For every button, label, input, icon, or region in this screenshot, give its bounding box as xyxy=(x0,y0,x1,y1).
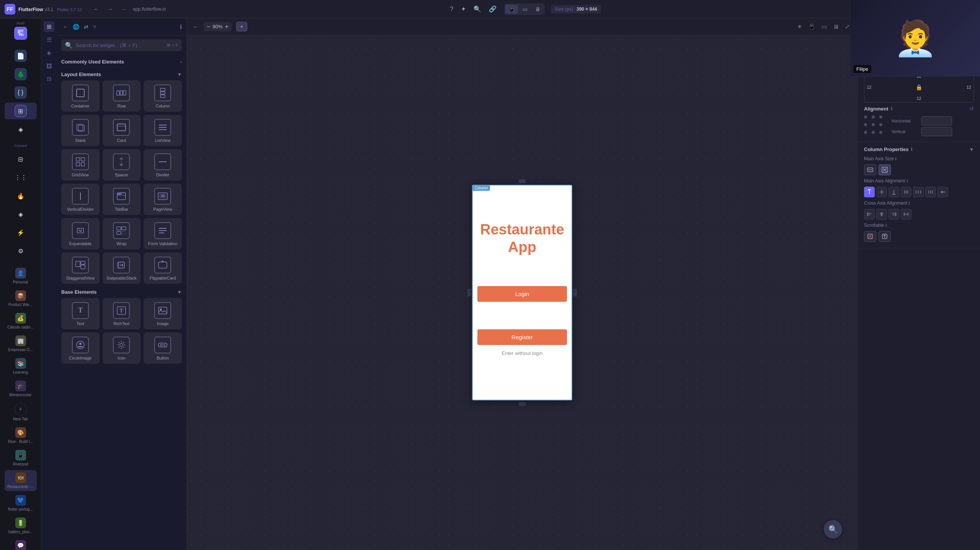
help-button[interactable]: ? xyxy=(448,4,455,14)
widget-richtext[interactable]: T RichText xyxy=(103,298,141,329)
sidebar-item-custom[interactable]: ⚡ xyxy=(5,224,37,241)
phone-view-icon[interactable]: 📱 xyxy=(807,22,817,32)
build-icon[interactable]: 🏗 xyxy=(14,27,27,40)
align-dot-ml[interactable] xyxy=(864,123,867,126)
widget-staggeredview[interactable]: StaggeredView xyxy=(61,252,100,284)
desktop-button[interactable]: 🖥 xyxy=(532,5,544,14)
cross-align-stretch-btn[interactable] xyxy=(901,209,911,220)
widget-spacer[interactable]: Spacer xyxy=(103,149,141,181)
sidebar-item-tree[interactable]: 🌲 xyxy=(5,66,37,83)
widget-divider[interactable]: Divider xyxy=(144,149,182,181)
align-dot-mr[interactable] xyxy=(879,123,882,126)
cross-align-center-btn[interactable] xyxy=(876,209,887,220)
monitor-view-icon[interactable]: 🖥 xyxy=(831,22,840,32)
widget-stack[interactable]: Stack xyxy=(61,115,100,146)
main-align-start-btn[interactable] xyxy=(864,187,875,197)
sidebar-item-product[interactable]: 📦 Product War... xyxy=(5,288,37,309)
sidebar-item-supabase[interactable]: ◈ xyxy=(5,206,37,223)
align-dot-tl[interactable] xyxy=(864,116,867,119)
sidebar-item-mentorcruise[interactable]: 🎓 Mentorcruise xyxy=(5,378,37,399)
sidebar-item-page[interactable]: 📄 xyxy=(5,47,37,64)
phone-button[interactable]: 📱 xyxy=(505,5,518,14)
sidebar-item-learning[interactable]: 📚 Learning xyxy=(5,356,37,377)
fork-button[interactable]: ⑂ xyxy=(91,22,98,31)
scrollable-off-btn[interactable] xyxy=(864,231,876,242)
login-button[interactable]: Login xyxy=(477,286,567,302)
main-align-spaceAround-btn[interactable] xyxy=(925,187,936,197)
widget-expandable[interactable]: Expandable xyxy=(61,218,100,249)
widget-wrap[interactable]: Wrap xyxy=(103,218,141,249)
widget-gridview[interactable]: GridView xyxy=(61,149,100,181)
widget-circleimage[interactable]: CircleImage xyxy=(61,332,100,364)
main-align-center-btn[interactable] xyxy=(876,187,887,197)
search-button[interactable]: 🔍 xyxy=(472,4,483,14)
sidebar-item-code[interactable]: { } xyxy=(5,84,37,101)
sidebar-item-data[interactable]: ⊟ xyxy=(5,151,37,168)
shortcut-button[interactable]: ✦ xyxy=(459,4,467,14)
alignment-reset-button[interactable]: ↺ xyxy=(969,106,974,112)
base-elements-header[interactable]: Base Elements ▼ xyxy=(61,285,182,298)
align-dot-br[interactable] xyxy=(879,131,882,134)
sidebar-item-firebase[interactable]: 🔥 xyxy=(5,187,37,204)
enter-link[interactable]: Enter without login xyxy=(473,347,572,359)
widget-row[interactable]: Row xyxy=(103,80,141,112)
back-nav-button[interactable]: ← xyxy=(61,22,70,31)
widget-swipeablestack[interactable]: SwipeableStack xyxy=(103,252,141,284)
add-widget-button[interactable]: + xyxy=(236,22,248,31)
widget-button[interactable]: BTN Button xyxy=(144,332,182,364)
sidebar-item-components[interactable]: ◈ xyxy=(5,121,37,138)
base-collapse-arrow[interactable]: ▼ xyxy=(177,290,182,295)
sidebar-item-riverpod[interactable]: 📱 Riverpod xyxy=(5,447,37,469)
widget-column[interactable]: Column xyxy=(144,80,182,112)
widget-container[interactable]: Container xyxy=(61,80,100,112)
widget-text[interactable]: T Text xyxy=(61,298,100,329)
commonly-used-header[interactable]: Commonly Used Elements › xyxy=(61,55,182,68)
more-button[interactable]: ··· xyxy=(119,5,128,13)
scrollable-on-btn[interactable] xyxy=(879,231,891,242)
search-magnify-button[interactable]: 🔍 xyxy=(824,520,842,539)
alignment-info-icon[interactable]: ℹ xyxy=(891,106,892,111)
zoom-out-button[interactable]: − xyxy=(207,23,210,30)
search-input[interactable] xyxy=(76,42,163,48)
sidebar-item-calculo[interactable]: 💰 Cálculo salári... xyxy=(5,311,37,332)
widget-flippablecard[interactable]: FlippableCard xyxy=(144,252,182,284)
canvas-back-btn[interactable]: ← xyxy=(193,23,199,30)
transfer-button[interactable]: ⇄ xyxy=(82,22,90,31)
widget-image[interactable]: Image xyxy=(144,298,182,329)
components-icon[interactable]: ◈ xyxy=(44,47,54,58)
align-dot-tc[interactable] xyxy=(872,116,875,119)
widget-pageview[interactable]: 🖼 PageView xyxy=(144,184,182,215)
widget-listview[interactable]: ListView xyxy=(144,115,182,146)
sidebar-item-flutter[interactable]: 💙 flutter portug... xyxy=(5,493,37,514)
main-align-spaceEvenly-btn[interactable] xyxy=(901,187,911,197)
widget-card[interactable]: Card xyxy=(103,115,141,146)
main-axis-info-icon[interactable]: ℹ xyxy=(895,156,897,161)
tablet-view-icon[interactable]: ▭ xyxy=(820,22,828,32)
cross-align-start-btn[interactable] xyxy=(864,209,875,220)
register-button[interactable]: Register xyxy=(477,329,567,345)
align-dot-bc[interactable] xyxy=(872,131,875,134)
horizontal-input[interactable] xyxy=(921,116,952,125)
main-align-end-btn[interactable] xyxy=(889,187,899,197)
padding-lock-icon[interactable]: 🔒 xyxy=(916,84,922,90)
info-button[interactable]: ℹ xyxy=(180,24,182,30)
link-button[interactable]: 🔗 xyxy=(487,4,498,14)
forward-button[interactable]: → xyxy=(105,5,115,13)
sidebar-item-empresas[interactable]: 🏢 Empresas O... xyxy=(5,333,37,354)
main-axis-size-max-btn[interactable] xyxy=(879,164,891,175)
tablet-button[interactable]: ▭ xyxy=(519,5,531,14)
layers-icon[interactable]: ☰ xyxy=(44,34,54,45)
sidebar-item-nocode[interactable]: 💬 NoCode wha... xyxy=(5,538,37,550)
sidebar-item-battery[interactable]: 🔋 battery_plus... xyxy=(5,515,37,536)
sidebar-item-new-tab[interactable]: + New Tab xyxy=(5,401,37,423)
widgets-icon[interactable]: ⊞ xyxy=(44,21,54,32)
commonly-used-more[interactable]: › xyxy=(180,59,182,65)
scrollable-info[interactable]: ℹ xyxy=(885,223,887,228)
vertical-input[interactable] xyxy=(921,127,952,136)
icons-list-icon[interactable]: ⊟ xyxy=(44,73,54,84)
sidebar-item-rive[interactable]: 🎨 Rive - Build i... xyxy=(5,425,37,446)
cross-align-end-btn[interactable] xyxy=(889,209,899,220)
widget-icon[interactable]: Icon xyxy=(103,332,141,364)
sidebar-item-widgets[interactable]: ⊞ xyxy=(5,103,37,119)
align-dot-bl[interactable] xyxy=(864,131,867,134)
